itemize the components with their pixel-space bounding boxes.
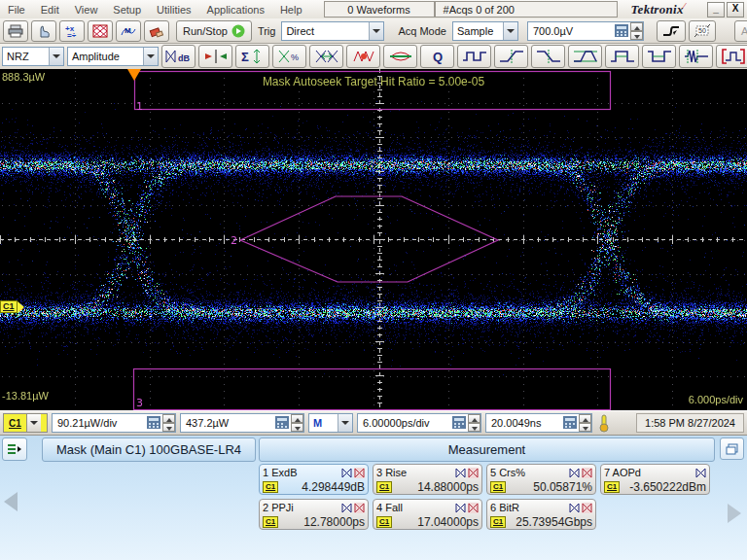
- svg-text:50: 50: [698, 27, 706, 34]
- measurement-card-rise[interactable]: 3 Rise C1 14.88000ps: [373, 464, 482, 495]
- printer-icon: [8, 24, 23, 38]
- measure-eye-height-button[interactable]: Σ: [235, 45, 269, 68]
- fifty-icon: 50: [694, 23, 711, 38]
- eye-mask-icon: [695, 468, 706, 478]
- mask-icon: [92, 24, 108, 38]
- trigger-slope-button[interactable]: [657, 20, 686, 42]
- measurement-value: 50.05871%: [506, 480, 592, 494]
- measure-amplitude-button[interactable]: [568, 45, 602, 68]
- measure-pos-width-button[interactable]: [605, 45, 639, 68]
- menu-bar: File Edit View Setup Utilities Applicati…: [0, 0, 747, 19]
- svg-text:dB: dB: [178, 53, 190, 63]
- measurement-card-bitrate[interactable]: 6 BitR C1 25.73954Gbps: [486, 499, 596, 530]
- menu-view[interactable]: View: [67, 2, 106, 18]
- horizontal-scale-stepper[interactable]: [468, 414, 480, 432]
- vertical-offset-input[interactable]: 437.2µW: [180, 413, 304, 433]
- measure-rise-button[interactable]: [494, 45, 528, 68]
- neg-width-icon: [647, 49, 672, 64]
- run-stop-button[interactable]: Run/Stop: [176, 20, 252, 42]
- minimize-button[interactable]: _: [707, 2, 725, 18]
- trig-label: Trig: [255, 25, 279, 37]
- scroll-right-icon[interactable]: [728, 504, 741, 523]
- measurement-value: 4.298449dB: [278, 480, 365, 494]
- vertical-scale-stepper[interactable]: [162, 414, 175, 432]
- menu-file[interactable]: File: [0, 2, 33, 18]
- measure-category-select[interactable]: Amplitude: [67, 47, 159, 66]
- measurement-label: 4 Fall: [376, 502, 455, 513]
- eye-mask-red-icon: [354, 503, 365, 513]
- menu-applications[interactable]: Applications: [199, 2, 272, 18]
- close-button[interactable]: X: [727, 2, 744, 18]
- channel-reference-marker[interactable]: C1: [0, 300, 30, 313]
- chevron-down-icon: [147, 54, 155, 62]
- keypad-icon: [614, 24, 629, 38]
- crossing-percent-icon: %: [277, 49, 302, 64]
- trigger-level-input[interactable]: 700.0µV: [527, 21, 644, 41]
- mask-panel-header[interactable]: Mask (Main C1) 100GBASE-LR4: [42, 438, 256, 462]
- mask-settings-button[interactable]: [2, 438, 27, 461]
- mask-autoseek-label: Mask Autoseek Target Hit Ratio = 5.00e-0…: [0, 75, 747, 88]
- measure-neg-width-button[interactable]: [642, 45, 676, 68]
- measurement-card-fall[interactable]: 4 Fall C1 17.04000ps: [373, 499, 482, 530]
- acq-mode-select[interactable]: Sample: [452, 21, 518, 41]
- measure-autoset-button[interactable]: [198, 45, 232, 68]
- measurement-card-exdb[interactable]: 1 ExdB C1 4.298449dB: [259, 464, 369, 495]
- math-setup-button[interactable]: +x=÷: [59, 20, 85, 42]
- measurement-card-aopd[interactable]: 7 AOPd C1 -3.650222dBm: [600, 464, 710, 495]
- keypad-icon: [562, 416, 578, 430]
- measurement-card-ppji[interactable]: 2 PPJi C1 12.78000ps: [259, 499, 369, 530]
- measure-eye-open-button[interactable]: [383, 45, 417, 68]
- menu-setup[interactable]: Setup: [105, 2, 149, 18]
- horizontal-scale-input[interactable]: 6.00000ps/div: [357, 413, 481, 433]
- horizontal-position-stepper[interactable]: [579, 414, 591, 432]
- nrz-gate-icon: [721, 49, 746, 64]
- chevron-down-icon: [53, 54, 60, 62]
- measure-eye-db-button[interactable]: dB: [161, 45, 196, 68]
- waveform-display[interactable]: 888.3µW Mask Autoseek Target Hit Ratio =…: [0, 69, 747, 410]
- marker-arrow-icon: [18, 301, 30, 313]
- measure-eye-width-button[interactable]: [309, 45, 343, 68]
- menu-utilities[interactable]: Utilities: [149, 2, 198, 18]
- waveform-math-icon: M: [121, 24, 136, 38]
- restore-panel-button[interactable]: [720, 438, 744, 460]
- menu-help[interactable]: Help: [272, 2, 310, 18]
- measure-q-factor-button[interactable]: Q: [420, 45, 454, 68]
- eye-mask-red-icon: [354, 468, 365, 478]
- channel-select[interactable]: C1: [3, 413, 48, 433]
- measure-gate-button[interactable]: [716, 45, 747, 68]
- vertical-offset-stepper[interactable]: [291, 414, 303, 432]
- define-math-button[interactable]: M: [116, 20, 141, 42]
- thermometer-icon[interactable]: [596, 413, 612, 433]
- vertical-scale-input[interactable]: 90.21µW/div: [52, 413, 176, 433]
- eye-mask-icon: [455, 503, 466, 513]
- measure-fall-button[interactable]: [531, 45, 565, 68]
- pos-width-icon: [610, 49, 635, 64]
- menu-edit[interactable]: Edit: [33, 2, 67, 18]
- rise-time-icon: [499, 49, 524, 64]
- signal-type-select[interactable]: NRZ: [2, 47, 64, 66]
- horizontal-position-input[interactable]: 20.0049ns: [485, 413, 592, 433]
- measurement-panel-header[interactable]: Measurement: [259, 438, 715, 462]
- clear-data-button[interactable]: [144, 20, 169, 42]
- timebase-select[interactable]: M: [308, 413, 353, 433]
- collapse-left-icon[interactable]: [4, 492, 18, 511]
- waveform-count: 0 Waveforms: [324, 1, 435, 18]
- level-stepper[interactable]: [630, 22, 643, 40]
- eye-diagram-canvas[interactable]: [0, 69, 747, 410]
- eye-mask-red-icon: [468, 503, 479, 513]
- print-button[interactable]: [3, 20, 28, 42]
- keypad-icon: [451, 416, 467, 430]
- measure-period-button[interactable]: [457, 45, 491, 68]
- app-button[interactable]: App: [734, 20, 747, 42]
- eye-mask-icon: [569, 468, 580, 478]
- measure-burst-button[interactable]: [679, 45, 713, 68]
- measurement-card-crossing[interactable]: 5 Crs% C1 50.05871%: [486, 464, 596, 495]
- trigger-source-select[interactable]: Direct: [281, 21, 384, 41]
- measure-crossing-button[interactable]: %: [272, 45, 306, 68]
- touch-screen-button[interactable]: [31, 20, 56, 42]
- eye-width-icon: [314, 49, 339, 64]
- measurement-label: 2 PPJi: [263, 502, 341, 513]
- measure-jitter-button[interactable]: [346, 45, 380, 68]
- mask-button[interactable]: [88, 20, 113, 42]
- horizontal-fit-button[interactable]: 50: [689, 20, 716, 42]
